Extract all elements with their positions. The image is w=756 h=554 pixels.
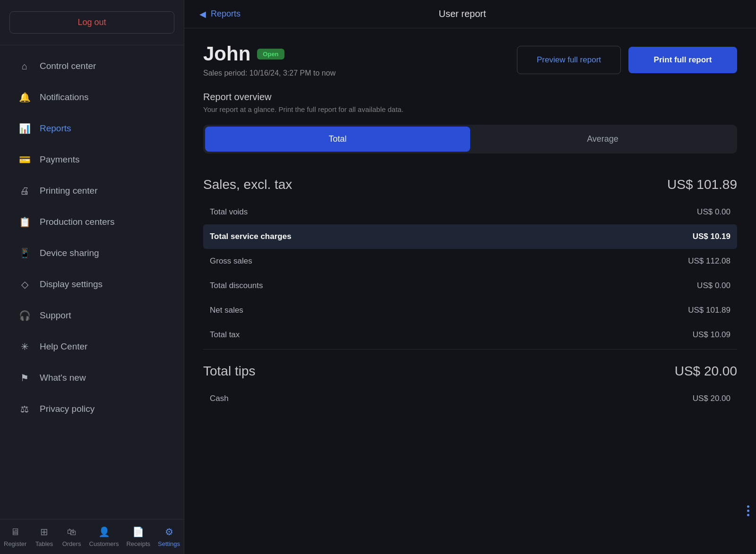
report-row-sales-0: Total voids US$ 0.00 [203,200,737,224]
row-value-tips-0: US$ 20.00 [693,394,730,403]
app-container: Log out ⌂ Control center 🔔 Notifications… [0,0,756,554]
sidebar-item-production-centers[interactable]: 📋 Production centers [5,207,179,237]
report-section-tips: Total tips US$ 20.00 Cash US$ 20.00 [203,354,737,411]
sidebar-item-printing-center[interactable]: 🖨 Printing center [5,176,179,206]
dot-3 [747,514,749,516]
section-value-sales: US$ 101.89 [667,177,737,192]
bottom-nav-register[interactable]: 🖥 Register [0,520,30,554]
device-sharing-icon: 📱 [18,247,31,260]
row-label-sales-5: Total tax [210,330,240,340]
sidebar-item-notifications[interactable]: 🔔 Notifications [5,82,179,112]
sidebar-label-reports: Reports [40,123,71,134]
support-icon: 🎧 [18,309,31,322]
print-button[interactable]: Print full report [628,47,737,73]
control-center-icon: ⌂ [18,60,31,73]
main-content: ◀ Reports User report John Open Sales pe… [184,0,756,554]
section-title-tips: Total tips [203,364,256,379]
notifications-icon: 🔔 [18,91,31,104]
overview-title: Report overview [203,92,737,102]
row-label-tips-0: Cash [210,394,229,403]
sidebar-item-support[interactable]: 🎧 Support [5,300,179,331]
report-row-tips-0: Cash US$ 20.00 [203,386,737,411]
bottom-nav: 🖥 Register ⊞ Tables 🛍 Orders 👤 Customers… [0,519,184,554]
row-value-sales-2: US$ 112.08 [688,256,730,266]
row-value-sales-3: US$ 0.00 [697,281,730,290]
help-center-icon: ✳ [18,340,31,353]
sidebar-logout-section: Log out [0,0,184,45]
sidebar-label-notifications: Notifications [40,92,89,102]
tables-icon: ⊞ [40,526,48,537]
sales-period: Sales period: 10/16/24, 3:27 PM to now [203,69,517,77]
tab-average[interactable]: Average [470,127,735,152]
tab-total[interactable]: Total [205,127,470,152]
row-label-sales-1: Total service charges [210,232,292,241]
row-value-sales-4: US$ 101.89 [688,306,730,315]
user-name-row: John Open [203,43,517,65]
section-header-tips: Total tips US$ 20.00 [203,354,737,386]
preview-button[interactable]: Preview full report [517,46,621,74]
privacy-policy-icon: ⚖ [18,402,31,416]
status-badge: Open [257,49,284,60]
report-row-sales-3: Total discounts US$ 0.00 [203,273,737,298]
bottom-nav-label-register: Register [4,540,26,547]
logout-button[interactable]: Log out [9,11,174,34]
bottom-nav-tables[interactable]: ⊞ Tables [30,520,58,554]
payments-icon: 💳 [18,153,31,166]
sidebar-label-device-sharing: Device sharing [40,248,99,258]
customers-icon: 👤 [98,526,110,537]
sidebar-item-help-center[interactable]: ✳ Help Center [5,332,179,362]
sidebar-label-printing-center: Printing center [40,186,98,196]
dot-1 [747,505,749,508]
display-settings-icon: ◇ [18,278,31,291]
bottom-nav-label-settings: Settings [158,540,180,547]
divider-0 [203,349,737,349]
row-value-sales-0: US$ 0.00 [697,207,730,217]
report-overview: Report overview Your report at a glance.… [203,92,737,113]
sidebar-item-display-settings[interactable]: ◇ Display settings [5,269,179,299]
report-sections: Sales, excl. tax US$ 101.89 Total voids … [203,168,737,411]
three-dots-menu[interactable] [747,505,749,516]
user-header: John Open Sales period: 10/16/24, 3:27 P… [203,43,737,77]
sidebar-item-reports[interactable]: 📊 Reports [5,113,179,144]
sidebar-label-payments: Payments [40,154,79,165]
bottom-nav-receipts[interactable]: 📄 Receipts [122,520,154,554]
sidebar-label-privacy-policy: Privacy policy [40,404,94,414]
bottom-nav-label-tables: Tables [35,540,53,547]
report-row-sales-5: Total tax US$ 10.09 [203,323,737,347]
sidebar-item-device-sharing[interactable]: 📱 Device sharing [5,238,179,268]
back-arrow-icon: ◀ [199,9,206,19]
row-label-sales-3: Total discounts [210,281,263,290]
settings-icon: ⚙ [165,526,173,537]
production-centers-icon: 📋 [18,215,31,229]
sidebar-label-control-center: Control center [40,61,96,71]
bottom-nav-settings[interactable]: ⚙ Settings [154,520,184,554]
register-icon: 🖥 [10,527,20,537]
sidebar-item-privacy-policy[interactable]: ⚖ Privacy policy [5,394,179,424]
report-row-sales-4: Net sales US$ 101.89 [203,298,737,323]
sidebar-item-payments[interactable]: 💳 Payments [5,145,179,175]
overview-description: Your report at a glance. Print the full … [203,105,737,113]
sidebar-item-whats-new[interactable]: ⚑ What's new [5,363,179,393]
sidebar-item-control-center[interactable]: ⌂ Control center [5,51,179,81]
bottom-nav-label-orders: Orders [62,540,81,547]
row-value-sales-5: US$ 10.09 [693,330,730,340]
back-link[interactable]: Reports [211,9,241,19]
bottom-nav-customers[interactable]: 👤 Customers [86,520,123,554]
report-row-sales-1: Total service charges US$ 10.19 [203,224,737,249]
user-name: John [203,43,250,65]
sidebar: Log out ⌂ Control center 🔔 Notifications… [0,0,184,554]
printing-center-icon: 🖨 [18,184,31,197]
top-bar: ◀ Reports User report [184,0,756,28]
row-label-sales-4: Net sales [210,306,243,315]
bottom-nav-orders[interactable]: 🛍 Orders [58,520,86,554]
row-label-sales-0: Total voids [210,207,248,217]
reports-icon: 📊 [18,122,31,135]
orders-icon: 🛍 [67,527,77,537]
user-info: John Open Sales period: 10/16/24, 3:27 P… [203,43,517,77]
bottom-nav-label-receipts: Receipts [126,540,150,547]
breadcrumb: ◀ Reports [199,9,241,19]
section-title-sales: Sales, excl. tax [203,177,292,192]
receipts-icon: 📄 [132,526,144,537]
toggle-tabs: TotalAverage [203,125,737,153]
dot-2 [747,510,749,512]
